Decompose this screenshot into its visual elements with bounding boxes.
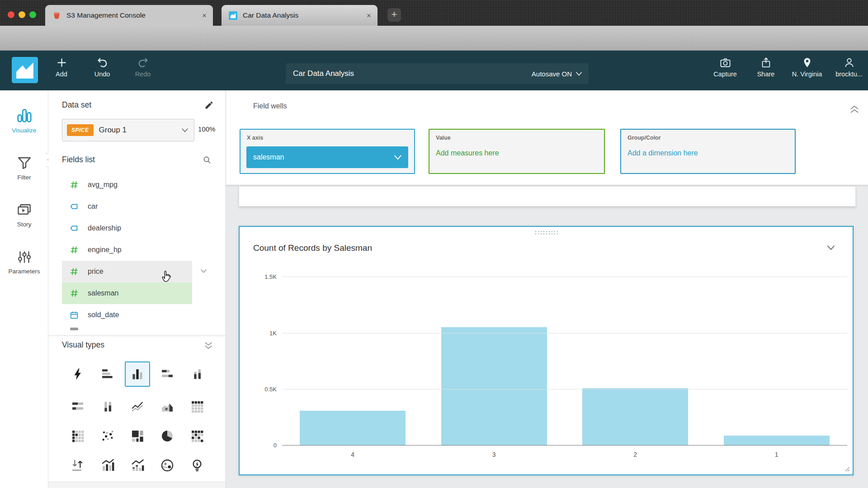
- undo-button[interactable]: Undo: [86, 56, 118, 78]
- well-x-axis[interactable]: X axis salesman: [240, 129, 415, 174]
- visual-type-area-chart[interactable]: [155, 394, 180, 419]
- x-axis-field-pill[interactable]: salesman: [246, 146, 408, 168]
- visual-type-auto-graph[interactable]: [65, 361, 90, 387]
- tab-close-icon[interactable]: ×: [202, 12, 207, 19]
- region-selector[interactable]: N. Virginia: [788, 56, 826, 78]
- field-name: price: [88, 267, 104, 276]
- visualize-bar-chart-icon: [15, 107, 33, 125]
- chart-plot-wrapper: 00.5K1K1.5K: [240, 265, 847, 446]
- well-group-color[interactable]: Group/Color Add a dimension here: [620, 129, 796, 174]
- numeric-field-icon: [69, 288, 79, 298]
- visual-type-horizontal-100-stacked-bar[interactable]: [65, 394, 90, 419]
- field-options-chevron-icon[interactable]: [200, 269, 207, 273]
- visual-type-combo-bar-line[interactable]: [95, 453, 120, 478]
- vertical-stacked-bar-icon: [190, 367, 204, 381]
- visual-type-combo-stacked-line[interactable]: [125, 453, 150, 478]
- combo-bar-line-icon: [100, 458, 115, 473]
- rail-item-parameters[interactable]: Parameters: [0, 249, 48, 275]
- double-chevron-down-icon[interactable]: [203, 341, 213, 350]
- visual-type-horizontal-bar[interactable]: [95, 361, 120, 387]
- user-menu[interactable]: brocktu...: [831, 56, 867, 78]
- bar-chart-visual[interactable]: Count of Records by Salesman 00.5K1K1.5K…: [239, 226, 854, 475]
- user-label: brocktu...: [831, 70, 867, 78]
- edit-dataset-pencil-icon[interactable]: [204, 100, 214, 110]
- table-icon: [190, 399, 204, 414]
- visual-type-heat-map[interactable]: [65, 423, 90, 449]
- insights-bulb-icon: [190, 458, 204, 473]
- filter-funnel-icon: [16, 155, 33, 172]
- well-value[interactable]: Value Add measures here: [429, 129, 605, 174]
- visual-type-vertical-stacked-bar[interactable]: [184, 361, 210, 387]
- field-name: dealership: [88, 224, 121, 232]
- visual-type-pivot-table[interactable]: [184, 423, 210, 449]
- visual-menu-chevron-icon[interactable]: [826, 245, 835, 251]
- redo-button[interactable]: Redo: [127, 56, 159, 78]
- analysis-canvas: Field wells X axis salesman Value Add me…: [226, 90, 868, 488]
- autosave-toggle[interactable]: Autosave ON: [532, 70, 582, 78]
- quicksight-favicon: [229, 11, 237, 20]
- rail-item-story[interactable]: Story: [0, 202, 48, 228]
- traffic-light-zoom[interactable]: [29, 11, 36, 18]
- visual-type-insights[interactable]: [184, 453, 210, 478]
- field-item-avg_mpg[interactable]: avg_mpg: [62, 174, 192, 196]
- story-slides-icon: [16, 202, 33, 219]
- visual-types-title: Visual types: [62, 340, 104, 350]
- traffic-light-minimize[interactable]: [19, 11, 25, 18]
- x-category-label: 3: [424, 451, 565, 458]
- visual-type-vertical-100-stacked-bar[interactable]: [95, 394, 120, 419]
- partially-visible-visual[interactable]: [239, 186, 856, 206]
- search-fields-icon[interactable]: [202, 155, 212, 165]
- s3-bucket-icon: [52, 11, 61, 20]
- visual-type-table[interactable]: [184, 394, 210, 419]
- capture-button[interactable]: Capture: [709, 56, 741, 78]
- bar-salesman-4[interactable]: [300, 411, 406, 446]
- visual-type-vertical-bar[interactable]: [125, 361, 150, 387]
- field-item-dealership[interactable]: dealership: [62, 217, 192, 239]
- bar-salesman-1[interactable]: [724, 436, 830, 446]
- pie-chart-icon: [160, 429, 175, 443]
- visual-type-pie-chart[interactable]: [155, 423, 180, 449]
- double-chevron-up-icon[interactable]: [849, 104, 860, 114]
- browser-tab-strip: S3 Management Console × Car Data Analysi…: [0, 0, 868, 26]
- chart-title: Count of Records by Salesman: [253, 243, 372, 253]
- y-axis-labels: 00.5K1K1.5K: [240, 265, 277, 446]
- quicksight-logo[interactable]: [12, 57, 38, 83]
- visual-type-line-chart[interactable]: [125, 394, 150, 419]
- field-item-salesman[interactable]: salesman: [62, 282, 192, 304]
- visual-type-horizontal-stacked-bar[interactable]: [155, 361, 180, 387]
- tab-close-icon[interactable]: ×: [367, 12, 371, 19]
- field-item-car[interactable]: car: [62, 196, 192, 217]
- dataset-dropdown[interactable]: SPICE Group 1: [62, 119, 194, 141]
- bar-salesman-3[interactable]: [441, 327, 547, 446]
- browser-tab-s3[interactable]: S3 Management Console ×: [45, 5, 213, 26]
- analysis-title-bar[interactable]: Car Data Analysis Autosave ON: [286, 63, 589, 84]
- visual-type-scatter-plot[interactable]: [95, 423, 120, 449]
- combo-stacked-line-icon: [130, 458, 145, 473]
- add-button[interactable]: Add: [45, 56, 78, 78]
- area-chart-icon: [160, 399, 175, 414]
- visual-type-export-combo[interactable]: [65, 453, 90, 478]
- bar-salesman-2[interactable]: [582, 388, 688, 446]
- visual-type-points-on-map[interactable]: [155, 453, 180, 478]
- chevron-down-icon[interactable]: [394, 155, 402, 160]
- x-axis-labels: 4321: [282, 451, 847, 458]
- horizontal-stacked-bar-icon: [160, 367, 175, 381]
- rail-item-visualize[interactable]: Visualize: [0, 107, 48, 134]
- rail-item-filter[interactable]: Filter: [0, 155, 48, 181]
- field-item-engine_hp[interactable]: engine_hp: [62, 239, 192, 261]
- visual-type-tree-map[interactable]: [125, 423, 150, 449]
- drag-handle-dots[interactable]: [534, 230, 560, 235]
- tab-title: Car Data Analysis: [243, 11, 298, 19]
- spice-badge: SPICE: [67, 124, 94, 136]
- panel-divider: [48, 335, 226, 336]
- resize-handle-icon[interactable]: [844, 465, 850, 472]
- share-button[interactable]: Share: [750, 56, 782, 78]
- autosave-label: Autosave ON: [532, 70, 572, 78]
- traffic-light-close[interactable]: [8, 11, 14, 18]
- new-tab-button[interactable]: +: [387, 8, 401, 22]
- date-field-icon: [69, 310, 79, 320]
- browser-toolbar: https://us-east-1.quicksight.aws.amazon.…: [0, 26, 868, 51]
- gridline-0.5K: [282, 389, 847, 389]
- field-item-sold_date[interactable]: sold_date: [62, 304, 192, 326]
- browser-tab-quicksight[interactable]: Car Data Analysis ×: [222, 5, 377, 26]
